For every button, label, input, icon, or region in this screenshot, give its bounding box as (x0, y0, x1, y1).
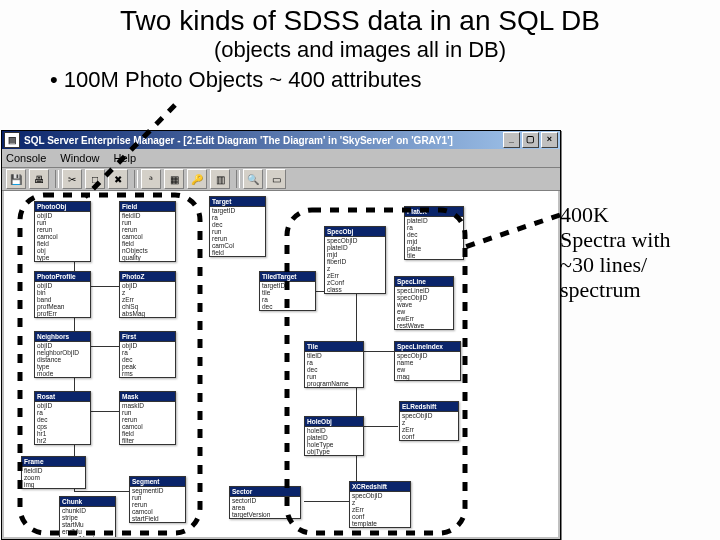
table-frame[interactable]: Frame fieldIDzoomimg (21, 456, 86, 489)
table-xcredshift[interactable]: XCRedshift specObjIDzzErrconftemplate (349, 481, 411, 528)
tool-table-icon[interactable]: ▦ (164, 169, 184, 189)
table-mask[interactable]: Mask maskIDrunreruncamcolfieldfilter (119, 391, 176, 445)
side-line-3: ~30 lines/ (560, 252, 720, 277)
tool-print-icon[interactable]: 🖶 (29, 169, 49, 189)
table-rosat[interactable]: Rosat objIDradeccpshr1hr2 (34, 391, 91, 445)
tool-page-icon[interactable]: ▭ (266, 169, 286, 189)
menu-help[interactable]: Help (113, 152, 136, 164)
table-photoz[interactable]: PhotoZ objIDzzErrchiSqabsMag (119, 271, 176, 318)
table-tile[interactable]: Tile tileIDradecrunprogramName (304, 341, 364, 388)
table-target[interactable]: Target targetIDradecrunreruncamColfield (209, 196, 266, 257)
close-button[interactable]: × (541, 132, 558, 148)
table-segment[interactable]: Segment segmentIDrunreruncamcolstartFiel… (129, 476, 186, 523)
titlebar[interactable]: ▤ SQL Server Enterprise Manager - [2:Edi… (2, 131, 560, 149)
tool-cut-icon[interactable]: ✂ (62, 169, 82, 189)
spectra-annotation: 400K Spectra with ~30 lines/ spectrum (560, 202, 720, 302)
tool-key-icon[interactable]: 🔑 (187, 169, 207, 189)
enterprise-manager-window: ▤ SQL Server Enterprise Manager - [2:Edi… (1, 130, 561, 540)
table-holeobj[interactable]: HoleObj holeIDplateIDholeTypeobjType (304, 416, 364, 456)
menubar[interactable]: Console Window Help (2, 149, 560, 168)
table-platex[interactable]: PlateX plateIDradecmjdplatetile (404, 206, 464, 260)
menu-console[interactable]: Console (6, 152, 46, 164)
side-line-2: Spectra with (560, 227, 720, 252)
tool-text-icon[interactable]: ᵃ (141, 169, 161, 189)
table-chunk[interactable]: Chunk chunkIDstripestartMuendMuexportVer… (59, 496, 116, 537)
table-field[interactable]: Field fieldIDrunreruncamcolfieldnObjects… (119, 201, 176, 262)
tool-del-icon[interactable]: ✖ (108, 169, 128, 189)
table-speclineindex[interactable]: SpecLineIndex specObjIDnameewmag (394, 341, 461, 381)
window-title: SQL Server Enterprise Manager - [2:Edit … (24, 135, 501, 146)
table-tiledtarget[interactable]: TiledTarget targetIDtileradec (259, 271, 316, 311)
tool-save-icon[interactable]: 💾 (6, 169, 26, 189)
table-photoobj[interactable]: PhotoObj objIDrunreruncamcolfieldobjtype (34, 201, 91, 262)
side-line-4: spectrum (560, 277, 720, 302)
table-elredshift[interactable]: ELRedshift specObjIDzzErrconf (399, 401, 459, 441)
table-neighbors[interactable]: Neighbors objIDneighborObjIDdistancetype… (34, 331, 91, 378)
side-line-1: 400K (560, 202, 720, 227)
table-specobj[interactable]: SpecObj specObjIDplateIDmjdfiberIDzzErrz… (324, 226, 386, 294)
slide-subtitle: (objects and images all in DB) (0, 37, 720, 63)
table-specline[interactable]: SpecLine specLineIDspecObjIDwaveewewErrr… (394, 276, 454, 330)
bullet-1: 100M Photo Objects ~ 400 attributes (0, 67, 720, 93)
tool-grid-icon[interactable]: ▥ (210, 169, 230, 189)
table-photoprofile[interactable]: PhotoProfile objIDbinbandprofMeanprofErr (34, 271, 91, 318)
table-header: PhotoObj (35, 202, 90, 212)
toolbar: 💾 🖶 ✂ □ ✖ ᵃ ▦ 🔑 ▥ 🔍 ▭ (2, 168, 560, 191)
app-icon: ▤ (4, 132, 20, 148)
menu-window[interactable]: Window (60, 152, 99, 164)
table-first[interactable]: First objIDradecpeakrms (119, 331, 176, 378)
minimize-button[interactable]: _ (503, 132, 520, 148)
tool-zoom-icon[interactable]: 🔍 (243, 169, 263, 189)
table-sector[interactable]: Sector sectorIDareatargetVersion (229, 486, 301, 519)
diagram-canvas[interactable]: PhotoObj objIDrunreruncamcolfieldobjtype… (4, 191, 558, 537)
maximize-button[interactable]: ▢ (522, 132, 539, 148)
tool-new-icon[interactable]: □ (85, 169, 105, 189)
slide-title: Two kinds of SDSS data in an SQL DB (0, 0, 720, 37)
